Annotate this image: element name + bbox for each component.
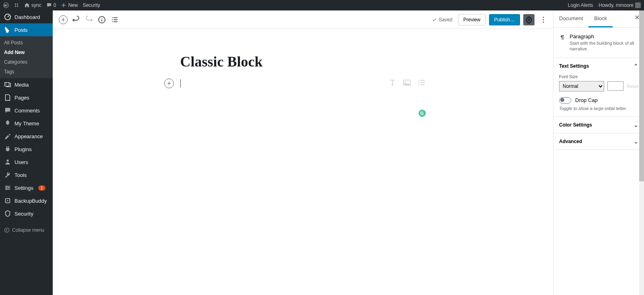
submenu-categories[interactable]: Categories bbox=[0, 57, 53, 67]
svg-point-26 bbox=[418, 84, 419, 85]
svg-point-11 bbox=[6, 186, 8, 187]
paragraph-icon bbox=[559, 33, 566, 42]
preview-button[interactable]: Preview bbox=[458, 14, 486, 25]
svg-point-18 bbox=[528, 19, 530, 21]
menu-posts[interactable]: Posts bbox=[0, 23, 53, 36]
tab-block[interactable]: Block bbox=[588, 10, 613, 27]
font-size-label: Font Size bbox=[559, 74, 638, 79]
insert-block-icon[interactable] bbox=[164, 79, 174, 88]
grammarly-icon[interactable]: G bbox=[419, 110, 426, 117]
svg-point-3 bbox=[15, 6, 16, 7]
submenu-tags[interactable]: Tags bbox=[0, 67, 53, 77]
svg-point-20 bbox=[543, 19, 544, 20]
tab-document[interactable]: Document bbox=[553, 10, 588, 27]
menu-security[interactable]: Security bbox=[0, 207, 53, 220]
admin-sidebar: Dashboard Posts All Posts Add New Catego… bbox=[0, 10, 53, 295]
list-placeholder-icon bbox=[417, 78, 426, 89]
menu-plugins[interactable]: Plugins bbox=[0, 143, 53, 156]
svg-point-12 bbox=[8, 187, 10, 189]
menu-comments[interactable]: Comments bbox=[0, 104, 53, 117]
dropcap-label: Drop Cap bbox=[575, 97, 598, 103]
submenu-all-posts[interactable]: All Posts bbox=[0, 38, 53, 48]
content-info-button[interactable] bbox=[95, 13, 108, 26]
dropcap-toggle[interactable] bbox=[559, 97, 571, 104]
block-type-desc: Start with the building block of all nar… bbox=[570, 40, 638, 52]
svg-point-25 bbox=[418, 82, 419, 83]
svg-point-4 bbox=[17, 6, 18, 7]
dropcap-hint: Toggle to show a large initial letter. bbox=[559, 106, 638, 111]
menu-tools[interactable]: Tools bbox=[0, 168, 53, 181]
menu-appearance[interactable]: Appearance bbox=[0, 130, 53, 143]
settings-toggle[interactable] bbox=[523, 14, 535, 25]
panel-text-settings[interactable]: Text Settings⌃ bbox=[553, 58, 644, 74]
security-link[interactable]: Security bbox=[83, 2, 100, 8]
comments-link[interactable]: 0 bbox=[46, 2, 56, 8]
svg-point-6 bbox=[6, 83, 7, 85]
menu-dashboard[interactable]: Dashboard bbox=[0, 10, 53, 23]
panel-advanced[interactable]: Advanced⌄ bbox=[553, 133, 644, 150]
menu-users[interactable]: Users bbox=[0, 156, 53, 168]
network-admin[interactable] bbox=[14, 2, 19, 8]
inspector-sidebar: Document Block Paragraph Start with the … bbox=[553, 10, 644, 295]
svg-point-21 bbox=[543, 21, 544, 23]
reset-button: Reset bbox=[627, 84, 638, 89]
paragraph-block[interactable] bbox=[180, 78, 426, 89]
editor: Saved Preview Publish… Classic Block G bbox=[53, 10, 553, 295]
scrollbar-thumb[interactable] bbox=[639, 10, 644, 181]
menu-settings[interactable]: Settings1 bbox=[0, 181, 53, 194]
menu-pages[interactable]: Pages bbox=[0, 91, 53, 104]
panel-color-settings[interactable]: Color Settings⌄ bbox=[553, 117, 644, 133]
svg-point-24 bbox=[418, 80, 419, 81]
chevron-up-icon: ⌃ bbox=[634, 63, 638, 69]
undo-button[interactable] bbox=[70, 13, 83, 26]
font-size-input[interactable] bbox=[607, 81, 623, 91]
svg-point-15 bbox=[7, 200, 8, 202]
menu-mytheme[interactable]: My Theme bbox=[0, 117, 53, 130]
chevron-down-icon: ⌄ bbox=[634, 122, 638, 128]
editor-toolbar: Saved Preview Publish… bbox=[53, 10, 553, 29]
site-link[interactable]: sync bbox=[24, 2, 41, 8]
howdy[interactable]: Howdy, mmoore bbox=[599, 2, 641, 8]
login-alerts[interactable]: Login Alerts bbox=[568, 2, 593, 8]
block-header: Paragraph Start with the building block … bbox=[553, 28, 644, 58]
menu-backupbuddy[interactable]: BackupBuddy bbox=[0, 194, 53, 207]
chevron-down-icon: ⌄ bbox=[634, 138, 638, 145]
block-nav-button[interactable] bbox=[108, 13, 121, 26]
svg-point-16 bbox=[4, 228, 9, 232]
svg-point-13 bbox=[6, 189, 8, 190]
image-placeholder-icon bbox=[402, 78, 411, 89]
submenu-add-new[interactable]: Add New bbox=[0, 48, 53, 57]
collapse-menu[interactable]: Collapse menu bbox=[0, 224, 48, 236]
svg-point-23 bbox=[405, 81, 406, 83]
saved-status: Saved bbox=[431, 17, 452, 23]
text-cursor bbox=[180, 79, 181, 87]
more-menu[interactable] bbox=[538, 14, 549, 25]
block-type-label: Paragraph bbox=[570, 33, 638, 39]
redo-button bbox=[83, 13, 95, 26]
wp-logo[interactable] bbox=[3, 2, 9, 8]
menu-media[interactable]: Media bbox=[0, 78, 53, 91]
svg-point-19 bbox=[543, 17, 544, 18]
avatar bbox=[635, 2, 641, 8]
font-size-select[interactable]: Normal bbox=[559, 81, 604, 91]
admin-bar: sync 0 New Security Login Alerts Howdy, … bbox=[0, 0, 644, 10]
scrollbar[interactable] bbox=[639, 10, 644, 295]
text-placeholder-icon bbox=[388, 78, 397, 89]
new-link[interactable]: New bbox=[61, 2, 78, 8]
add-block-button[interactable] bbox=[57, 13, 70, 26]
settings-badge: 1 bbox=[38, 185, 45, 191]
post-title[interactable]: Classic Block bbox=[180, 53, 426, 70]
svg-point-2 bbox=[17, 4, 18, 5]
publish-button[interactable]: Publish… bbox=[489, 14, 520, 25]
editor-canvas[interactable]: Classic Block G bbox=[53, 29, 553, 295]
svg-point-7 bbox=[6, 160, 8, 162]
svg-point-1 bbox=[15, 4, 16, 5]
